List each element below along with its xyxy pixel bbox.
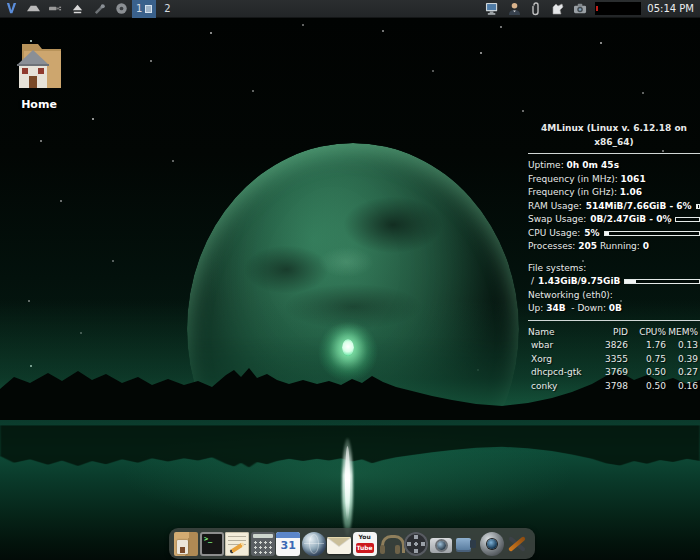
home-folder-house-icon [14, 38, 64, 92]
process-mem: 0.39 [666, 353, 698, 367]
process-mem: 0.13 [666, 339, 698, 353]
conky-process-table: Name PID CPU% MEM% wbar 3826 1.76 0.13 X… [528, 326, 700, 394]
home-desktop-icon[interactable]: Home [10, 38, 68, 111]
disc-icon[interactable] [113, 2, 129, 16]
conky-net-header: Networking (eth0): [528, 289, 700, 303]
dock-item-file-manager[interactable] [174, 532, 198, 556]
process-name: dhcpcd-gtk [528, 366, 592, 380]
widget-trapezoid-icon[interactable] [25, 2, 41, 16]
dock-item-audio-player[interactable] [378, 532, 402, 556]
workspace-2-label: 2 [164, 3, 170, 14]
glow-orb [342, 339, 354, 356]
dock-item-terminal[interactable] [200, 532, 224, 556]
conky-freq-mhz-row: Frequency (in MHz): 1061 [528, 173, 700, 187]
process-mem: 0.27 [666, 366, 698, 380]
conky-cpu-row: CPU Usage: 5% [528, 227, 700, 241]
conky-system-monitor: 4MLinux (Linux v. 6.12.18 on x86_64) Upt… [528, 122, 700, 393]
display-icon[interactable] [484, 2, 500, 16]
dock-item-email[interactable] [327, 537, 351, 554]
conky-title: 4MLinux (Linux v. 6.12.18 on x86_64) [528, 122, 700, 149]
process-cpu: 0.50 [628, 380, 666, 394]
col-header-cpu: CPU% [628, 326, 666, 340]
dock-item-calculator[interactable] [251, 532, 275, 556]
process-cpu: 0.75 [628, 353, 666, 367]
process-pid: 3355 [592, 353, 628, 367]
gesture-icon[interactable] [550, 2, 566, 16]
home-icon-label: Home [10, 98, 68, 111]
conky-ram-row: RAM Usage: 514MiB/7.66GiB - 6% [528, 200, 700, 214]
dock-item-web-browser[interactable] [302, 532, 326, 556]
conky-net-row: Up: 34B - Down: 0B [528, 302, 700, 316]
swap-usage-bar [675, 217, 700, 222]
tray-window-preview[interactable] [595, 2, 641, 15]
process-cpu: 0.50 [628, 366, 666, 380]
workspace-2[interactable]: 2 [156, 0, 178, 18]
spray-icon[interactable] [91, 2, 107, 16]
col-header-name: Name [528, 326, 592, 340]
user-icon[interactable] [506, 2, 522, 16]
taskbar: 1 2 05:14 PM [0, 0, 700, 18]
dock-item-youtube[interactable] [353, 532, 377, 556]
process-name: wbar [528, 339, 592, 353]
conky-divider [528, 153, 700, 154]
process-pid: 3798 [592, 380, 628, 394]
conky-processes-row: Processes: 205 Running: 0 [528, 240, 700, 254]
process-pid: 3769 [592, 366, 628, 380]
eject-icon[interactable] [69, 2, 85, 16]
dock-item-graphics-tools[interactable] [505, 532, 529, 556]
workspace-1[interactable]: 1 [132, 0, 156, 18]
desktop-wallpaper: Home 4MLinux (Linux v. 6.12.18 on x86_64… [0, 18, 700, 560]
camera-icon[interactable] [572, 2, 588, 16]
application-dock [169, 528, 535, 559]
dock-item-calendar[interactable] [276, 532, 300, 556]
light-reflection-core [345, 446, 350, 521]
conky-uptime-row: Uptime: 0h 0m 45s [528, 159, 700, 173]
app-logo-icon[interactable] [3, 2, 19, 16]
notification-dot [596, 6, 598, 11]
dock-item-webcam[interactable] [480, 532, 504, 556]
process-name: conky [528, 380, 592, 394]
paperclip-icon[interactable] [528, 2, 544, 16]
plug-icon[interactable] [47, 2, 63, 16]
col-header-pid: PID [592, 326, 628, 340]
filesystem-usage-bar [624, 279, 700, 284]
process-pid: 3826 [592, 339, 628, 353]
col-header-mem: MEM% [666, 326, 698, 340]
workspace-1-label: 1 [136, 3, 142, 14]
process-name: Xorg [528, 353, 592, 367]
process-mem: 0.16 [666, 380, 698, 394]
cpu-usage-bar [604, 231, 700, 236]
ram-usage-bar [696, 204, 700, 209]
conky-fs-row: / 1.43GiB/9.75GiB [528, 275, 700, 289]
workspace-1-window-preview [145, 5, 152, 13]
stars [0, 18, 2, 20]
dock-item-text-editor[interactable] [225, 532, 249, 556]
conky-swap-row: Swap Usage: 0B/2.47GiB - 0% [528, 213, 700, 227]
clock[interactable]: 05:14 PM [647, 3, 694, 14]
dock-item-movie-player[interactable] [404, 532, 428, 556]
conky-fs-header: File systems: [528, 262, 700, 276]
conky-divider-2 [528, 320, 700, 321]
conky-freq-ghz-row: Frequency (in GHz): 1.06 [528, 186, 700, 200]
dock-item-video-camera[interactable] [454, 532, 478, 556]
dock-item-photo-camera[interactable] [429, 532, 453, 556]
process-cpu: 1.76 [628, 339, 666, 353]
